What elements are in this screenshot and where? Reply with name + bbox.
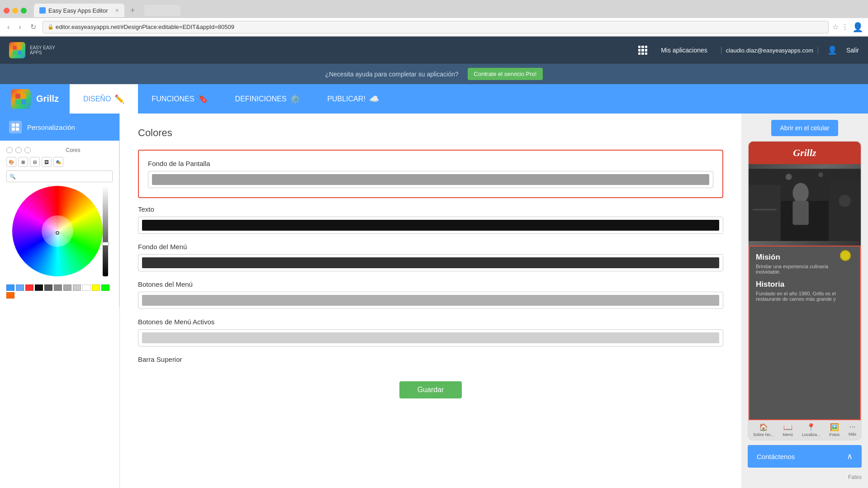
- sobre-icon: 🏠: [759, 423, 768, 431]
- color-bar-lightgrey: [142, 295, 719, 306]
- color-image-tool[interactable]: 🖼: [42, 157, 52, 167]
- fullscreen-window-button[interactable]: [21, 8, 27, 14]
- contact-bar[interactable]: Contáctenos ∧: [748, 445, 862, 468]
- color-search-input[interactable]: [18, 172, 81, 180]
- bookmark-button[interactable]: ☆: [832, 23, 839, 31]
- color-circle-empty2: [15, 147, 22, 153]
- save-button[interactable]: Guardar: [399, 381, 462, 398]
- swatch-black[interactable]: [35, 284, 43, 291]
- url-box[interactable]: 🔒 editor.easyeasyapps.net/#DesignPlace:e…: [43, 21, 829, 33]
- personalization-button[interactable]: Personalización: [0, 114, 119, 141]
- section-title: Colores: [138, 127, 723, 139]
- color-palette-tool[interactable]: 🎭: [53, 157, 63, 167]
- swatch-medgrey[interactable]: [63, 284, 71, 291]
- app-icon: [11, 89, 31, 109]
- forward-button[interactable]: ›: [16, 22, 24, 32]
- phone-content: Misión Brindar una experiencia culinaria…: [749, 246, 861, 420]
- swatch-darkgrey[interactable]: [44, 284, 52, 291]
- address-bar: ‹ › ↻ 🔒 editor.easyeasyapps.net/#DesignP…: [0, 18, 868, 36]
- phone-nav-fotos[interactable]: 🖼️ Fotos: [829, 423, 840, 437]
- chef-image: [749, 164, 861, 246]
- save-row: Guardar: [138, 372, 723, 407]
- color-section-fondo-pantalla: Fondo de la Pantalla: [138, 150, 723, 198]
- user-email: claudio.diaz@easyeasyapps.com: [721, 47, 818, 54]
- salir-button[interactable]: Salir: [846, 47, 859, 54]
- color-item-fondo-menu: Fondo del Menú: [138, 243, 723, 271]
- brightness-slider[interactable]: [103, 186, 108, 276]
- phone-nav-localiza[interactable]: 📍 Localiza...: [802, 423, 821, 437]
- main-content: Personalización Cores 🎨 ⊞ ⊟ 🖼 🎭 🔍: [0, 114, 868, 488]
- swatch-grey[interactable]: [54, 284, 62, 291]
- new-tab-button[interactable]: +: [126, 4, 139, 17]
- fates-label: Fates: [748, 472, 862, 482]
- tab-bar: Easy Easy Apps Editor ✕ +: [0, 0, 868, 18]
- color-bar-texto[interactable]: [138, 217, 723, 234]
- color-swatches: [6, 284, 113, 298]
- back-button[interactable]: ‹: [5, 22, 12, 32]
- pro-service-button[interactable]: Contrate el servicio Pro!: [468, 68, 543, 80]
- tab-favicon: [39, 7, 46, 14]
- publicar-label: PUBLICAR!: [327, 95, 365, 103]
- diseno-icon: ✏️: [114, 94, 124, 104]
- definiciones-icon: ⚙️: [290, 94, 300, 104]
- color-bar-fondo-menu[interactable]: [138, 254, 723, 271]
- minimize-window-button[interactable]: [12, 8, 18, 14]
- help-text: ¿Necesita ayuda para completar su aplica…: [325, 71, 459, 78]
- color-circle-empty: [6, 147, 13, 153]
- browser-tab[interactable]: Easy Easy Apps Editor ✕: [34, 4, 124, 17]
- grid-icon: [638, 46, 647, 55]
- brightness-handle[interactable]: [102, 242, 109, 246]
- color-bar-black: [142, 220, 719, 231]
- color-bar-fondo-pantalla[interactable]: [148, 171, 713, 188]
- color-wheel-tool[interactable]: 🎨: [6, 157, 16, 167]
- definiciones-label: DEFINICIONES: [235, 95, 287, 103]
- svg-rect-3: [16, 128, 19, 131]
- tab-diseno[interactable]: DISEÑO ✏️: [70, 84, 138, 114]
- logo-grid: [13, 46, 22, 55]
- swatch-green[interactable]: [101, 284, 109, 291]
- tab-definiciones[interactable]: DEFINICIONES ⚙️: [222, 84, 314, 114]
- user-icon: 👤: [852, 22, 863, 33]
- close-window-button[interactable]: [4, 8, 9, 14]
- color-label-fondo-menu: Fondo del Menú: [138, 243, 723, 251]
- mas-label: Más: [849, 432, 856, 436]
- color-wheel[interactable]: [12, 186, 103, 276]
- color-grid2-tool[interactable]: ⊟: [30, 157, 40, 167]
- svg-rect-14: [749, 169, 861, 241]
- color-grid-tool[interactable]: ⊞: [18, 157, 28, 167]
- tab-publicar[interactable]: PUBLICAR! ☁️: [313, 84, 392, 114]
- phone-nav-mas[interactable]: ··· Más: [849, 423, 856, 437]
- swatch-lightblue[interactable]: [16, 284, 24, 291]
- url-text: editor.easyeasyapps.net/#DesignPlace:edi…: [56, 24, 234, 30]
- mis-aplicaciones-button[interactable]: Mis aplicaciones: [656, 47, 712, 54]
- sobre-label: Sobre No...: [753, 432, 774, 437]
- color-item-botones-activos: Botones de Menú Activos: [138, 318, 723, 346]
- user-avatar-icon: 👤: [827, 45, 837, 55]
- swatch-red[interactable]: [25, 284, 33, 291]
- swatch-lightgrey[interactable]: [73, 284, 81, 291]
- phone-nav-sobre[interactable]: 🏠 Sobre No...: [753, 423, 774, 437]
- mision-text: Brindar una experiencia culinaria inolvi…: [756, 264, 854, 275]
- open-phone-button[interactable]: Abrir en el celular: [771, 120, 839, 136]
- swatch-orange[interactable]: [6, 292, 14, 298]
- color-cursor: [56, 231, 59, 235]
- swatch-white[interactable]: [82, 284, 90, 291]
- funciones-label: FUNCIONES: [152, 95, 194, 103]
- tab-close-button[interactable]: ✕: [115, 8, 119, 14]
- swatch-yellow[interactable]: [92, 284, 100, 291]
- app-icon-grid: [15, 94, 26, 104]
- refresh-button[interactable]: ↻: [28, 22, 39, 32]
- personalization-label: Personalización: [27, 123, 75, 131]
- localiza-icon: 📍: [806, 423, 816, 431]
- grid-apps-button[interactable]: [638, 46, 647, 55]
- more-button[interactable]: ⋮: [841, 23, 849, 31]
- color-panel-title: Cores: [33, 147, 113, 153]
- svg-rect-2: [12, 128, 15, 131]
- tab-funciones[interactable]: FUNCIONES 🔖: [138, 84, 221, 114]
- color-bar-botones-menu[interactable]: [138, 292, 723, 309]
- phone-nav-menu[interactable]: 📖 Menú: [783, 423, 793, 437]
- swatch-blue[interactable]: [6, 284, 14, 291]
- svg-rect-1: [16, 123, 19, 127]
- preview-panel: Abrir en el celular Grillz: [741, 114, 868, 488]
- color-bar-botones-activos[interactable]: [138, 329, 723, 346]
